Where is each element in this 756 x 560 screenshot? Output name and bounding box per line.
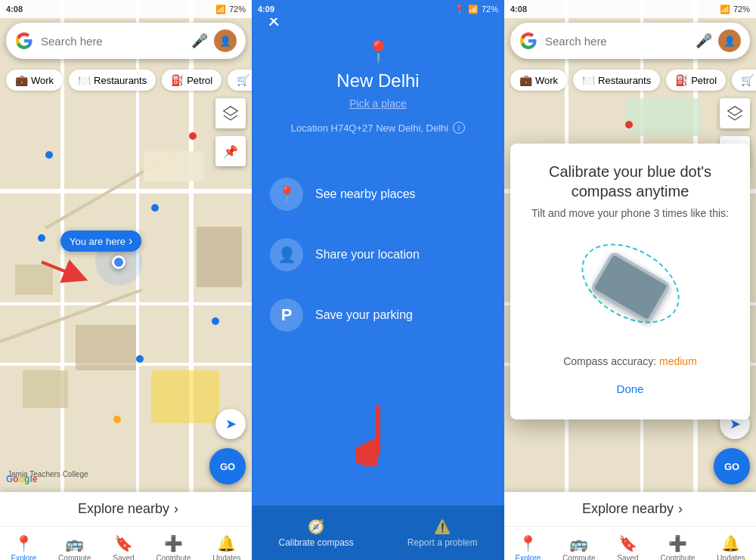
petrol-icon-3: ⛽ (675, 74, 688, 86)
svg-marker-2 (224, 107, 237, 116)
go-label-1: GO (220, 461, 235, 472)
mic-icon-3[interactable]: 🎤 (696, 32, 712, 49)
info-icon-2[interactable]: i (453, 122, 465, 134)
report-problem-btn[interactable]: ⚠️ Report a problem (398, 512, 487, 554)
nav-saved-3[interactable]: 🔖 Saved (617, 534, 638, 561)
map-pin-2 (151, 204, 159, 212)
battery-3: 72% (733, 5, 750, 14)
accuracy-value: medium (659, 355, 697, 367)
navigate-button-1[interactable]: ➤ (215, 409, 246, 439)
explore-icon-3: 📍 (519, 534, 538, 552)
updates-icon-3: 🔔 (721, 534, 740, 552)
you-are-here-1[interactable]: You are here (60, 230, 141, 252)
navigate-icon-1: ➤ (225, 416, 237, 432)
groceries-icon-1: 🛒 (237, 74, 249, 86)
location-card-top: 📍 New Delhi Pick a place Location H74Q+2… (252, 0, 504, 156)
nav-commute-1[interactable]: 🚌 Commute (58, 534, 91, 561)
work-icon-3: 💼 (519, 74, 532, 86)
share-icon: 👤 (270, 238, 303, 271)
nav-contribute-1[interactable]: ➕ Contribute (156, 534, 191, 561)
compass-button-1[interactable]: 📌 (215, 136, 246, 166)
calibrate-animation (525, 234, 735, 340)
status-icons-1: 📶 72% (215, 5, 246, 14)
layer-button-3[interactable] (720, 98, 750, 128)
petrol-icon-1: ⛽ (171, 74, 184, 86)
map-pin-1 (45, 151, 53, 159)
explore-nearby-3[interactable]: Explore nearby › (504, 492, 756, 527)
battery-1: 72% (229, 5, 246, 14)
contribute-icon-3: ➕ (668, 534, 687, 552)
action-parking[interactable]: P Save your parking (252, 285, 504, 345)
bottom-bar-1: Explore nearby › 📍 Explore 🚌 Commute 🔖 S… (0, 492, 252, 560)
calibrate-title: Calibrate your blue dot's compass anytim… (525, 162, 735, 201)
calibrate-compass-btn[interactable]: 🧭 Calibrate compass (269, 512, 362, 554)
action-nearby[interactable]: 📍 See nearby places (252, 164, 504, 224)
saved-icon-1: 🔖 (114, 534, 133, 552)
compass-accuracy: Compass accuracy: medium (525, 355, 735, 367)
pick-place-link[interactable]: Pick a place (349, 97, 406, 110)
nav-updates-1[interactable]: 🔔 Updates (212, 534, 240, 561)
building-3 (23, 370, 68, 408)
red-arrow-2 (355, 406, 401, 469)
action-share-location[interactable]: 👤 Share your location (252, 224, 504, 285)
mic-icon-1[interactable]: 🎤 (191, 32, 208, 49)
bottom-nav-1: 📍 Explore 🚌 Commute 🔖 Saved ➕ Contribute… (0, 527, 252, 560)
panel-2-inner: ✕ 📍 New Delhi Pick a place Location H74Q… (252, 0, 504, 560)
city-name: New Delhi (336, 70, 419, 91)
avatar-1[interactable]: 👤 (214, 29, 237, 52)
action-list-2: 📍 See nearby places 👤 Share your locatio… (252, 156, 504, 560)
panel-1: 4:08 📶 72% 🎤 👤 💼 Work 🍽️ Restaurants ⛽ P… (0, 0, 252, 560)
nav-explore-3[interactable]: 📍 Explore (515, 534, 541, 561)
search-bar-1[interactable]: 🎤 👤 (6, 23, 246, 59)
filter-work-1[interactable]: 💼 Work (6, 70, 63, 91)
google-logo-map-1: Google (6, 474, 37, 484)
building-5 (197, 227, 242, 287)
map-pin-3 (212, 317, 219, 325)
nav-explore-1[interactable]: 📍 Explore (11, 534, 36, 561)
battery-2: 72% (482, 5, 498, 14)
search-input-1[interactable] (41, 35, 185, 48)
calibrate-dialog: Calibrate your blue dot's compass anytim… (510, 144, 750, 419)
go-button-3[interactable]: GO (714, 448, 750, 484)
nav-updates-3[interactable]: 🔔 Updates (717, 534, 745, 561)
updates-icon-1: 🔔 (217, 534, 236, 552)
filter-groceries-3[interactable]: 🛒 Groceries (732, 70, 756, 91)
search-input-3[interactable] (545, 35, 689, 48)
map-pin-yellow-1 (113, 416, 121, 423)
explore-nearby-1[interactable]: Explore nearby › (0, 492, 252, 527)
filter-work-3[interactable]: 💼 Work (510, 70, 567, 91)
done-button[interactable]: Done (525, 376, 735, 401)
road-h2 (0, 302, 252, 305)
panel-3: 4:08 📶 72% 🎤 👤 💼 Work 🍽️ Restaurants ⛽ P… (504, 0, 756, 560)
road-h1 (0, 189, 252, 193)
status-time-1: 4:08 (6, 5, 23, 14)
explore-icon-1: 📍 (14, 534, 33, 552)
compass-icon-1: 📌 (223, 144, 238, 159)
filter-petrol-1[interactable]: ⛽ Petrol (162, 70, 222, 91)
map-pin-5 (136, 355, 144, 363)
go-label-3: GO (724, 461, 739, 472)
location-code: Location H74Q+27 New Delhi, Delhi i (291, 122, 465, 134)
blue-dot-1 (112, 255, 125, 269)
restaurants-icon-1: 🍽️ (78, 74, 91, 86)
svg-line-1 (42, 262, 76, 276)
filter-restaurants-3[interactable]: 🍽️ Restaurants (573, 70, 660, 91)
search-bar-3[interactable]: 🎤 👤 (510, 23, 750, 59)
nav-saved-1[interactable]: 🔖 Saved (113, 534, 134, 561)
go-button-1[interactable]: GO (209, 448, 246, 484)
filter-groceries-1[interactable]: 🛒 Groceries (228, 70, 252, 91)
layer-button-1[interactable] (215, 98, 246, 128)
nearby-icon: 📍 (270, 178, 303, 211)
filter-restaurants-1[interactable]: 🍽️ Restaurants (69, 70, 156, 91)
pin-icon-2: 📍 (365, 39, 392, 64)
calibrate-subtitle: Tilt and move your phone 3 times like th… (525, 207, 735, 219)
filter-tabs-3: 💼 Work 🍽️ Restaurants ⛽ Petrol 🛒 Groceri… (504, 65, 756, 95)
green-area-3 (625, 98, 701, 136)
avatar-3[interactable]: 👤 (718, 29, 741, 52)
status-bar-2: 4:09 📍 📶 72% (252, 0, 504, 18)
status-bar-1: 4:08 📶 72% (0, 0, 252, 18)
nav-contribute-3[interactable]: ➕ Contribute (660, 534, 695, 561)
nav-commute-3[interactable]: 🚌 Commute (562, 534, 595, 561)
groceries-icon-3: 🛒 (741, 74, 754, 86)
filter-petrol-3[interactable]: ⛽ Petrol (666, 70, 726, 91)
